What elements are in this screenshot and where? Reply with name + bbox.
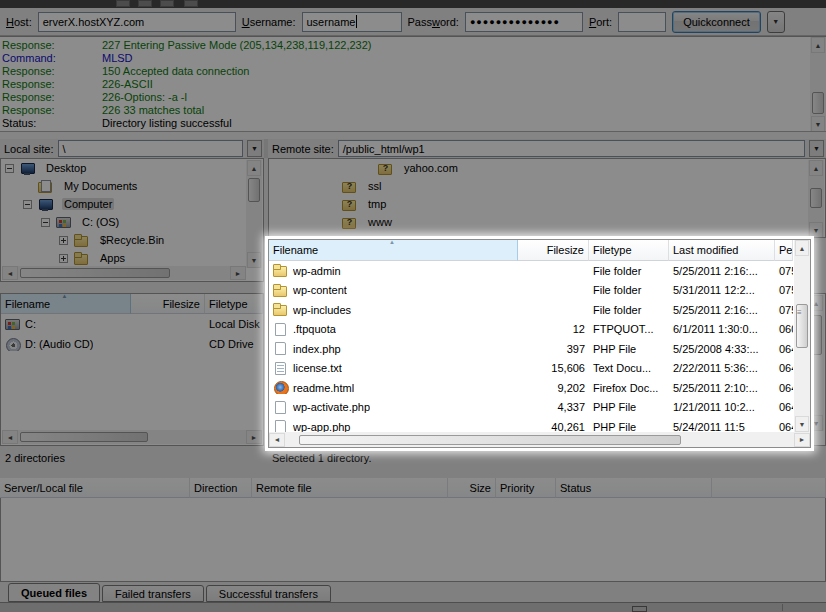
file-icon [273,420,288,432]
remote-file-row[interactable]: license.txt 15,606 Text Docu... 2/22/201… [269,359,793,379]
remote-file-list-highlight: ▲Filename Filesize Filetype Last modifie… [265,236,814,451]
remote-file-row[interactable]: wp-includes File folder 5/25/2011 2:16:.… [269,300,793,320]
file-icon [273,401,288,414]
firefox-icon [273,381,288,394]
folder-icon [273,264,288,277]
scroll-right-icon[interactable]: ► [794,433,810,447]
remote-file-row[interactable]: .ftpquota 12 FTPQUOT... 6/1/2011 1:30:0.… [269,320,793,340]
filezilla-window: Host: erverX.hostXYZ.com Username: usern… [0,0,826,612]
folder-icon [273,303,288,316]
thumb-grip-icon: ≡ [797,308,802,317]
remote-file-row[interactable]: wp-app.php 40,261 PHP File 5/24/2011 11:… [269,417,793,432]
scrollbar-thumb[interactable]: ≡ [796,304,808,348]
column-header-permissions[interactable]: Permissions [775,240,793,261]
file-icon [273,342,288,355]
scroll-left-icon[interactable]: ◄ [269,433,285,447]
remote-file-row[interactable]: readme.html 9,202 Firefox Doc... 5/25/20… [269,378,793,398]
folder-icon [273,284,288,297]
column-header-filetype[interactable]: Filetype [589,240,669,261]
column-header-last-modified[interactable]: Last modified [669,240,775,261]
column-header-filesize[interactable]: Filesize [518,240,589,261]
scroll-up-icon[interactable]: ▲ [795,240,809,256]
scroll-down-icon[interactable]: ▼ [795,416,809,432]
highlight-list-hscrollbar[interactable]: ◄ ► [269,432,810,447]
highlight-list-scrollbar[interactable]: ▲ ≡ ▼ [794,240,810,432]
remote-file-row[interactable]: index.php 397 PHP File 5/25/2008 4:33:..… [269,339,793,359]
scrollbar-thumb[interactable] [299,435,681,445]
file-icon [273,323,288,336]
sort-ascending-icon: ▲ [389,240,395,245]
remote-file-row[interactable]: wp-content File folder 5/31/2011 12:2...… [269,281,793,301]
remote-file-row[interactable]: wp-activate.php 4,337 PHP File 1/21/2011… [269,398,793,418]
remote-file-row[interactable]: wp-admin File folder 5/25/2011 2:16:... … [269,261,793,281]
text-file-icon [273,362,288,375]
column-header-filename[interactable]: ▲Filename [269,240,518,261]
